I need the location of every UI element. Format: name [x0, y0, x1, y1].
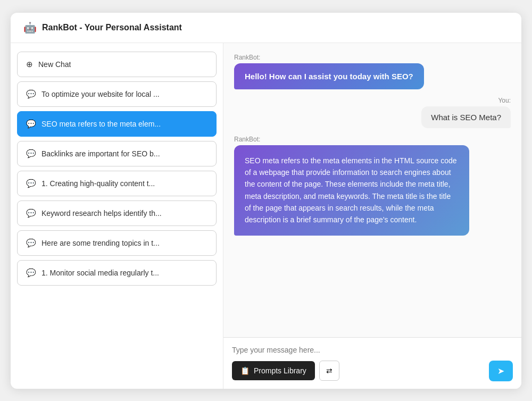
sidebar-item-chat-5[interactable]: 💬Keyword research helps identify th...	[17, 200, 217, 226]
sidebar-text-chat-5: Keyword research helps identify th...	[41, 209, 162, 218]
send-button[interactable]: ➤	[489, 361, 513, 381]
chat-area: RankBot: Hello! How can I assist you tod…	[223, 43, 521, 389]
prompts-library-label: Prompts Library	[254, 366, 306, 375]
chat-input-area: 📋 Prompts Library ⇄ ➤	[223, 337, 521, 389]
sidebar-icon-new-chat: ⊕	[26, 60, 33, 69]
refresh-icon: ⇄	[326, 366, 332, 375]
sidebar-text-chat-6: Here are some trending topics in t...	[41, 239, 160, 247]
sidebar-text-new-chat: New Chat	[38, 60, 71, 69]
sidebar-item-chat-6[interactable]: 💬Here are some trending topics in t...	[17, 230, 217, 256]
app-title: RankBot - Your Personal Assistant	[42, 23, 182, 32]
chat-messages: RankBot: Hello! How can I assist you tod…	[223, 43, 521, 337]
message-bot-response: RankBot: SEO meta refers to the meta ele…	[234, 136, 469, 236]
sidebar-text-chat-1: To optimize your website for local ...	[41, 90, 160, 98]
sidebar: ⊕New Chat💬To optimize your website for l…	[11, 43, 223, 389]
sidebar-item-new-chat[interactable]: ⊕New Chat	[17, 52, 217, 77]
bot-bubble-response: SEO meta refers to the meta elements in …	[234, 145, 469, 236]
send-icon: ➤	[497, 366, 504, 376]
message-input[interactable]	[232, 346, 513, 354]
sidebar-text-chat-3: Backlinks are important for SEO b...	[41, 149, 160, 158]
prompts-library-button[interactable]: 📋 Prompts Library	[232, 361, 315, 380]
user-bubble-1: What is SEO Meta?	[421, 106, 511, 128]
user-label-1: You:	[421, 97, 511, 104]
sidebar-item-chat-7[interactable]: 💬1. Monitor social media regularly t...	[17, 260, 217, 286]
sidebar-text-chat-7: 1. Monitor social media regularly t...	[41, 269, 159, 277]
bot-icon: 🤖	[23, 21, 37, 34]
message-bot-greeting: RankBot: Hello! How can I assist you tod…	[234, 54, 424, 89]
refresh-button[interactable]: ⇄	[319, 361, 339, 381]
app-body: ⊕New Chat💬To optimize your website for l…	[11, 43, 521, 389]
app-container: 🤖 RankBot - Your Personal Assistant ⊕New…	[11, 13, 521, 389]
sidebar-icon-chat-2: 💬	[26, 119, 36, 129]
sidebar-item-chat-4[interactable]: 💬1. Creating high-quality content t...	[17, 171, 217, 196]
sidebar-icon-chat-7: 💬	[26, 268, 36, 278]
sidebar-icon-chat-3: 💬	[26, 149, 36, 158]
sidebar-icon-chat-6: 💬	[26, 238, 36, 248]
sidebar-icon-chat-1: 💬	[26, 89, 36, 99]
app-header: 🤖 RankBot - Your Personal Assistant	[11, 13, 521, 43]
input-actions: 📋 Prompts Library ⇄ ➤	[232, 361, 513, 381]
sidebar-icon-chat-4: 💬	[26, 179, 36, 188]
prompts-library-icon: 📋	[240, 366, 250, 375]
sidebar-text-chat-2: SEO meta refers to the meta elem...	[41, 120, 161, 128]
bot-label-1: RankBot:	[234, 54, 424, 61]
sidebar-icon-chat-5: 💬	[26, 208, 36, 218]
bot-bubble-greeting: Hello! How can I assist you today with S…	[234, 63, 424, 89]
sidebar-text-chat-4: 1. Creating high-quality content t...	[41, 179, 155, 188]
sidebar-item-chat-3[interactable]: 💬Backlinks are important for SEO b...	[17, 141, 217, 166]
sidebar-item-chat-1[interactable]: 💬To optimize your website for local ...	[17, 81, 217, 107]
bot-label-2: RankBot:	[234, 136, 469, 143]
sidebar-item-chat-2[interactable]: 💬SEO meta refers to the meta elem...	[17, 111, 217, 137]
message-user-1: You: What is SEO Meta?	[421, 97, 511, 128]
